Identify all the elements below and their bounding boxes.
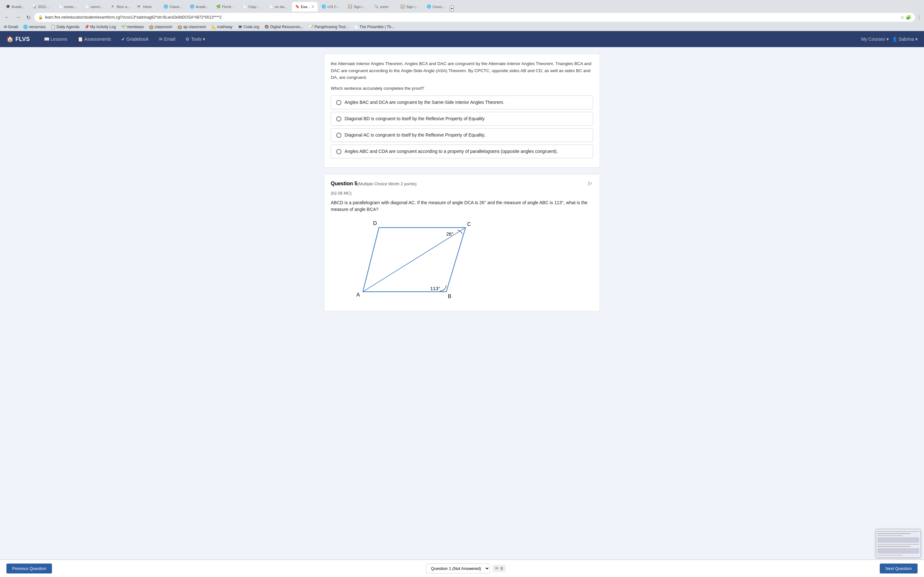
- option-a-text: Angles BAC and DCA are congruent by the …: [344, 100, 504, 105]
- content-area: the Alternate Interior Angles Theorem. A…: [318, 47, 606, 324]
- flag-count-badge: 🏳 0: [493, 565, 505, 570]
- tab-florid[interactable]: 🌿Florid...: [213, 2, 239, 11]
- star-icon[interactable]: ☆: [900, 15, 905, 20]
- nav-tools[interactable]: ⚙ Tools ▾: [181, 34, 210, 44]
- tab-classr[interactable]: 🌐Classr...: [160, 2, 186, 11]
- nav-right: My Courses ▾ 👤 Sabrina ▾: [861, 37, 918, 42]
- back-button[interactable]: ←: [3, 13, 11, 21]
- proof-text: the Alternate Interior Angles Theorem. A…: [331, 60, 593, 81]
- option-a[interactable]: Angles BAC and DCA are congruent by the …: [331, 95, 593, 109]
- tab-copy[interactable]: 📄Copy ...: [239, 2, 265, 11]
- settings-icon[interactable]: ⋮: [917, 15, 921, 20]
- nav-bar: 🏠 FLVS 📖 Lessons 📋 Assessments ✔ Gradebo…: [0, 31, 924, 47]
- lessons-icon: 📖: [44, 37, 49, 42]
- lock-icon: 🔒: [38, 15, 43, 19]
- bookmark-activity-log[interactable]: 📌My Activity Log: [83, 24, 117, 30]
- thumb-rect-1: [877, 537, 919, 543]
- thumb-line-4: [877, 544, 919, 545]
- bookmark-gmail[interactable]: ✉Gmail: [3, 24, 19, 30]
- browser-chrome: 🎓Acade... 📊2022-... 📄extrac... 📄summ... …: [0, 0, 924, 31]
- flag-button[interactable]: 🏳: [588, 181, 593, 187]
- bookmark-membean[interactable]: 🌱membean: [120, 24, 145, 30]
- bookmark-daily-agenda[interactable]: 📋Daily Agenda: [49, 24, 81, 30]
- option-d-text: Angles ABC and CDA are congruent accordi…: [344, 149, 558, 154]
- thumb-line-3: [877, 535, 903, 536]
- question-5-card: Question 5(Multiple Choice Worth 2 point…: [324, 174, 600, 311]
- label-b: B: [448, 293, 451, 299]
- bottom-bar: Previous Question Question 1 (Not Answer…: [0, 559, 924, 570]
- courses-dropdown-icon: ▾: [887, 37, 889, 42]
- bookmarks-bar: ✉Gmail 🌐veracross 📋Daily Agenda 📌My Acti…: [0, 23, 924, 31]
- option-b[interactable]: Diagonal BD is congruent to itself by th…: [331, 112, 593, 126]
- radio-c[interactable]: [336, 133, 341, 138]
- tab-summ[interactable]: 📄summ...: [81, 2, 107, 11]
- forward-button[interactable]: →: [13, 13, 23, 21]
- bookmark-paraphrasing[interactable]: 📝Paraphrasing Tool...: [307, 24, 350, 30]
- tab-acade-2[interactable]: 🌐Acade...: [187, 2, 212, 11]
- next-question-button[interactable]: Next Question: [880, 564, 918, 570]
- radio-b[interactable]: [336, 116, 341, 121]
- nav-brand[interactable]: 🏠 FLVS: [6, 35, 30, 43]
- address-text: learn.flvs.net/educator/student/examform…: [45, 15, 898, 19]
- option-c[interactable]: Diagonal AC is congruent to itself by th…: [331, 128, 593, 142]
- nav-assessments[interactable]: 📋 Assessments: [73, 34, 115, 44]
- home-icon: 🏠: [6, 35, 13, 43]
- assessments-icon: 📋: [78, 37, 83, 42]
- bookmark-ap-classroom[interactable]: 🏫ap classroom: [176, 24, 207, 30]
- thumb-rect-2: [877, 548, 919, 554]
- question-5-type: (Multiple Choice Worth 2 points): [357, 181, 417, 186]
- question-4-card: the Alternate Interior Angles Theorem. A…: [324, 53, 600, 168]
- question-5-title: Question 5: [331, 181, 357, 186]
- radio-d[interactable]: [336, 149, 341, 154]
- bookmark-veracross[interactable]: 🌐veracross: [22, 24, 47, 30]
- option-b-text: Diagonal BD is congruent to itself by th…: [344, 116, 485, 121]
- bookmark-mathway[interactable]: 📐mathway: [210, 24, 234, 30]
- tab-2022[interactable]: 📊2022-...: [29, 2, 55, 11]
- tab-acade-1[interactable]: 🎓Acade...: [3, 2, 28, 11]
- option-c-text: Diagonal AC is congruent to itself by th…: [344, 132, 485, 137]
- question-selector[interactable]: Question 1 (Not Answered): [426, 564, 490, 570]
- bookmark-preamble[interactable]: 📄The Preamble | Th...: [352, 24, 396, 30]
- tab-cours[interactable]: 🌐Cours...: [423, 2, 449, 11]
- reload-button[interactable]: ↻: [24, 13, 32, 22]
- tab-exam-active[interactable]: 🔖Exa...✕: [292, 2, 318, 11]
- label-d: D: [373, 221, 377, 226]
- user-dropdown-icon: ▾: [915, 37, 918, 42]
- bookmark-digital-resources[interactable]: 📚Digital Resources...: [263, 24, 305, 30]
- tab-zoom[interactable]: 🔍zoom: [371, 2, 397, 11]
- label-a: A: [357, 292, 360, 298]
- diagonal-ac: [363, 227, 465, 292]
- question-select-wrap: Question 1 (Not Answered) 🏳 0: [426, 564, 505, 570]
- tools-icon: ⚙: [186, 37, 190, 42]
- extension-icon[interactable]: 🧩: [906, 15, 911, 20]
- nav-user[interactable]: 👤 Sabrina ▾: [892, 37, 918, 42]
- bookmark-classroom[interactable]: 🏫classroom: [148, 24, 174, 30]
- tab-nosla[interactable]: 📄no sla...: [266, 2, 291, 11]
- proof-prompt: Which sentence accurately completes the …: [331, 85, 593, 92]
- radio-a[interactable]: [336, 100, 341, 105]
- nav-email[interactable]: ✉ Email: [154, 34, 180, 44]
- tab-signin-1[interactable]: 🪟Sign i...: [344, 2, 370, 11]
- user-icon: 👤: [892, 37, 897, 42]
- nav-lessons[interactable]: 📖 Lessons: [39, 34, 72, 44]
- new-tab-button[interactable]: +: [450, 5, 454, 11]
- question-5-code: (02.06 MC): [331, 191, 593, 195]
- tab-bar: 🎓Acade... 📊2022-... 📄extrac... 📄summ... …: [0, 0, 924, 11]
- address-bar-row: ← → ↻ 🔒 learn.flvs.net/educator/student/…: [0, 11, 924, 23]
- tab-born[interactable]: ✳Born a...: [108, 2, 134, 11]
- parallelogram-diagram: A B C D 26° 113°: [337, 218, 491, 301]
- gradebook-icon: ✔: [121, 37, 125, 42]
- option-d[interactable]: Angles ABC and CDA are congruent accordi…: [331, 145, 593, 158]
- bookmark-codeorg[interactable]: 💻Code.org: [236, 24, 260, 30]
- flag-count-icon: 🏳: [495, 566, 499, 570]
- thumb-line-2: [877, 533, 911, 534]
- tab-v19[interactable]: 🌐v19 C...: [318, 2, 344, 11]
- nav-gradebook[interactable]: ✔ Gradebook: [117, 34, 153, 44]
- prev-question-button[interactable]: Previous Question: [6, 564, 52, 570]
- tab-inbox[interactable]: ✉Inbox: [134, 2, 160, 11]
- tab-extrac[interactable]: 📄extrac...: [55, 2, 81, 11]
- tab-signin-2[interactable]: 🪟Sign i...: [397, 2, 423, 11]
- nav-my-courses[interactable]: My Courses ▾: [861, 37, 889, 42]
- address-bar[interactable]: 🔒 learn.flvs.net/educator/student/examfo…: [34, 13, 915, 22]
- thumb-line-1: [877, 531, 919, 532]
